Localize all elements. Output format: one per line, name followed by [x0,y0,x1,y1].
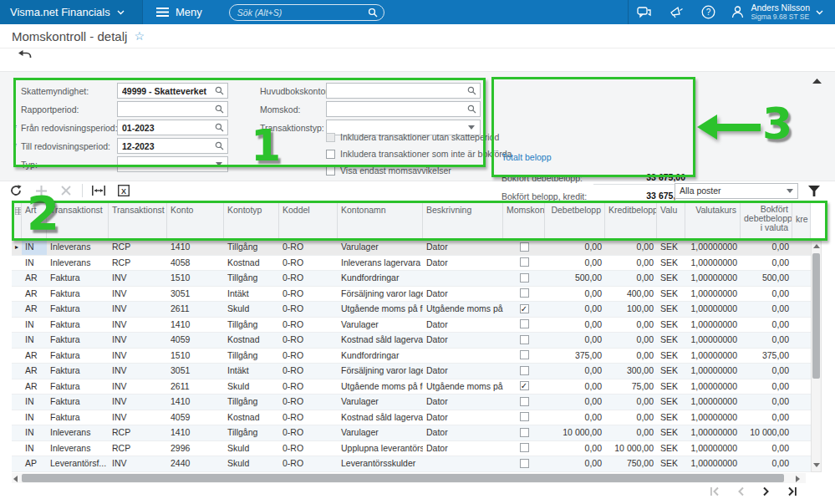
cell-kre[interactable] [792,441,811,456]
checkbox-row[interactable]: Inkludera transaktioner som inte är bokf… [326,149,512,159]
cell-koddel[interactable]: 0-RO [279,333,338,348]
lookup-icon[interactable] [466,104,477,114]
cell-momskontroll-checkbox[interactable] [503,425,545,440]
cell-koddel[interactable]: 0-RO [279,441,338,456]
cell-t2[interactable]: RCP [109,441,167,456]
cell-kredit[interactable]: 300,00 [605,364,657,379]
cell-beskrivning[interactable] [423,271,503,286]
filter-input[interactable]: 01-2023 [117,120,228,135]
table-row[interactable]: APLeverantörsf...INV2440Skuld0-ROLeveran… [12,456,811,472]
cell-kre[interactable] [792,333,811,348]
cell-kurs[interactable]: 1,00000000 [685,302,741,317]
row-selector[interactable] [12,456,22,471]
cell-bokfort[interactable]: 0,00 [741,318,792,333]
cell-konto[interactable]: 3051 [167,364,224,379]
checkbox[interactable] [520,257,529,267]
column-header-kontotyp[interactable]: Kontotyp [224,201,279,239]
cell-momskontroll-checkbox[interactable] [503,318,545,333]
cell-debet[interactable]: 0,00 [545,456,605,471]
cell-kontonamn[interactable]: Upplupna leverantörss... [338,441,423,456]
cell-koddel[interactable]: 0-RO [279,287,338,302]
cell-kurs[interactable]: 1,00000000 [685,425,741,440]
cell-konto[interactable]: 2440 [167,456,224,471]
cell-t2[interactable]: INV [109,302,167,317]
table-row[interactable]: INFakturaINV4059Kostnad0-ROKostnad såld … [12,333,811,349]
column-header-kontonamn[interactable]: Kontonamn [338,201,423,239]
cell-kontonamn[interactable]: Varulager [338,425,423,440]
cell-t2[interactable]: INV [109,271,167,286]
horizontal-scrollbar[interactable] [12,473,806,483]
cell-art[interactable]: AR [22,302,47,317]
column-header-konto[interactable]: Konto [167,201,224,239]
cell-valuta[interactable]: SEK [657,318,685,333]
select-chevron-icon[interactable] [466,125,477,130]
column-header-momskont[interactable]: Momskon [503,201,545,239]
table-row[interactable]: ARFakturaINV3051Intäkt0-ROFörsäljning va… [12,364,811,379]
cell-kurs[interactable]: 1,00000000 [685,271,741,286]
cell-kontonamn[interactable]: Varulager [338,395,423,410]
row-selector[interactable] [12,441,22,456]
cell-konto[interactable]: 4059 [167,410,224,425]
cell-kre[interactable] [792,364,811,379]
first-page-icon[interactable] [709,485,722,498]
cell-t1[interactable]: Faktura [47,302,109,317]
cell-kontotyp[interactable]: Skuld [224,441,279,456]
cell-t2[interactable]: INV [109,379,167,395]
cell-kontotyp[interactable]: Skuld [224,302,279,317]
cell-konto[interactable]: 3051 [167,287,224,302]
cell-kurs[interactable]: 1,00000000 [685,379,741,395]
cell-kredit[interactable]: 0,00 [605,349,657,364]
cell-kurs[interactable]: 1,00000000 [685,333,741,348]
cell-kontotyp[interactable]: Tillgång [224,349,279,364]
column-header-kredit[interactable]: Kreditbelopp [605,201,657,239]
cell-kurs[interactable]: 1,00000000 [685,410,741,425]
cell-beskrivning[interactable]: Utgående moms på fö... [423,302,503,317]
row-selector[interactable] [12,410,22,425]
cell-t2[interactable]: INV [109,318,167,333]
table-row[interactable]: INFakturaINV1410Tillgång0-ROVarulagerDat… [12,395,811,410]
column-header-debet[interactable]: Debetbelopp [545,201,605,239]
cell-konto[interactable]: 2611 [167,379,224,395]
cell-valuta[interactable]: SEK [657,364,685,379]
cell-koddel[interactable]: 0-RO [279,349,338,364]
cell-t2[interactable]: INV [109,364,167,379]
checkbox[interactable] [326,150,335,159]
cell-kontotyp[interactable]: Kostnad [224,410,279,425]
checkbox[interactable] [520,428,529,437]
cell-kontonamn[interactable]: Utgående moms på fö... [338,379,423,395]
cell-konto[interactable]: 1410 [167,318,224,333]
column-header-t1[interactable]: Transaktionst [47,201,109,239]
cell-kredit[interactable]: 10 000,00 [605,441,657,456]
cell-kredit[interactable]: 400,00 [605,287,657,302]
search-input[interactable] [236,7,364,18]
filter-input[interactable] [326,83,481,99]
cell-kredit[interactable]: 0,00 [605,318,657,333]
filter-input[interactable] [117,156,228,172]
cell-t2[interactable]: INV [109,349,167,364]
cell-t1[interactable]: Inleverans [47,256,109,271]
table-row[interactable]: INFakturaINV1410Tillgång0-ROVarulagerDat… [12,318,811,333]
cell-beskrivning[interactable]: Dator [423,441,503,456]
cell-kredit[interactable]: 100,00 [605,302,657,317]
cell-kontotyp[interactable]: Tillgång [224,395,279,410]
table-row[interactable]: INInleveransRCP4058Kostnad0-ROInleverans… [12,256,811,272]
cell-koddel[interactable]: 0-RO [279,271,338,286]
cell-t2[interactable]: INV [109,333,167,348]
cell-kontotyp[interactable]: Tillgång [224,425,279,440]
cell-konto[interactable]: 2611 [167,302,224,317]
checkbox[interactable]: ✓ [520,304,529,313]
row-selector[interactable] [12,395,22,410]
cell-kontonamn[interactable]: Försäljning varor lager... [338,364,423,379]
row-selector[interactable] [12,379,22,395]
checkbox-row[interactable]: Inkludera transaktioner utan skatteperio… [326,132,499,142]
cell-kre[interactable] [792,395,811,410]
table-row[interactable]: INInleveransRCP1410Tillgång0-ROVarulager… [12,425,811,441]
cell-kre[interactable] [792,256,811,271]
cell-t1[interactable]: Faktura [47,364,109,379]
cell-kontonamn[interactable]: Inleverans lagervara [338,256,423,271]
cell-art[interactable]: IN [22,410,47,425]
cell-t2[interactable]: RCP [109,240,167,255]
cell-t1[interactable]: Faktura [47,395,109,410]
cell-koddel[interactable]: 0-RO [279,318,338,333]
cell-art[interactable]: IN [22,256,47,271]
